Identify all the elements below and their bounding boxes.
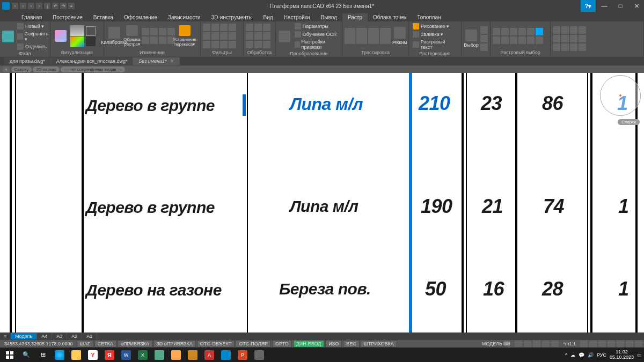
- status-icon[interactable]: [533, 341, 540, 347]
- status-icon[interactable]: [635, 341, 642, 347]
- edit-grid[interactable]: [142, 28, 175, 44]
- tb-excel[interactable]: X: [135, 349, 150, 361]
- view-top[interactable]: Сверху: [11, 67, 32, 72]
- st-ortho[interactable]: ОРТО: [272, 340, 292, 348]
- st-hatch[interactable]: ШТРИХОВКА: [361, 340, 397, 348]
- status-icon[interactable]: [608, 341, 615, 347]
- st-dyn[interactable]: ДИН-ВВОД: [293, 340, 325, 348]
- layout-model[interactable]: Модель: [11, 333, 37, 339]
- view-saved[interactable]: — нет сохранённых видов —: [61, 67, 125, 72]
- mode-button[interactable]: Режим: [392, 25, 407, 47]
- layout-a4[interactable]: A4: [37, 333, 52, 339]
- st-grid[interactable]: СЕТКА: [94, 340, 116, 348]
- tab-3d[interactable]: 3D-инструменты: [206, 13, 258, 21]
- st-iso[interactable]: ИЗО: [325, 340, 342, 348]
- tb-app3[interactable]: [185, 349, 200, 361]
- layout-a1[interactable]: A1: [82, 333, 97, 339]
- crop-raster-button[interactable]: Обрезка растра▾: [124, 25, 140, 47]
- tray-clock[interactable]: 11:02 05.10.2023: [610, 350, 634, 360]
- st-scale[interactable]: *m1:1: [560, 341, 579, 347]
- st-step[interactable]: ШАГ: [77, 340, 93, 348]
- status-icon[interactable]: [589, 341, 597, 347]
- new-button[interactable]: Новый ▾: [16, 23, 51, 30]
- tb-autocad[interactable]: A: [202, 349, 217, 361]
- calibrate-button[interactable]: Калибровка: [106, 25, 122, 47]
- tb-explorer[interactable]: [69, 349, 84, 361]
- ocr-button[interactable]: Обучение OCR: [293, 31, 340, 38]
- hide-raster-button[interactable]: [53, 25, 69, 47]
- layout-menu-icon[interactable]: ≡: [0, 333, 11, 340]
- draw-button[interactable]: Рисование ▾: [411, 23, 459, 30]
- tray-cloud-icon[interactable]: ☁: [570, 352, 575, 358]
- qat-print-icon[interactable]: ▫: [36, 3, 42, 9]
- status-icon[interactable]: [524, 341, 531, 347]
- layout-a3[interactable]: A3: [52, 333, 67, 339]
- st-osnap[interactable]: оПРИВЯЗКА: [118, 340, 152, 348]
- status-icon[interactable]: [580, 341, 588, 347]
- st-otrack-obj[interactable]: ОТС-ОБЪЕКТ: [197, 340, 235, 348]
- st-model[interactable]: МОДЕЛЬ ⌨: [479, 341, 514, 347]
- tb-app2[interactable]: [169, 349, 184, 361]
- view-wire[interactable]: 2D-каркас: [33, 67, 60, 72]
- deskew-button[interactable]: Устранение перекоса▾: [177, 25, 193, 47]
- status-icon[interactable]: [515, 341, 522, 347]
- tray-chat-icon[interactable]: 💬: [579, 352, 584, 358]
- help-button[interactable]: ? ▾: [581, 0, 596, 12]
- tab-output[interactable]: Вывод: [316, 13, 342, 21]
- qat-save-icon[interactable]: ▫: [28, 3, 34, 9]
- start-button[interactable]: [2, 349, 17, 361]
- status-icon[interactable]: [617, 341, 624, 347]
- save-button[interactable]: Сохранить ▾: [16, 31, 51, 42]
- tb-app1[interactable]: [152, 349, 167, 361]
- tab-home[interactable]: Главная: [16, 13, 47, 21]
- status-icon[interactable]: [626, 341, 633, 347]
- doc-tab-2[interactable]: Без имени1*✕: [133, 57, 179, 65]
- tb-edge[interactable]: [52, 349, 67, 361]
- raster-text-button[interactable]: Растровый текст: [411, 39, 459, 50]
- insert-raster-button[interactable]: [2, 26, 14, 47]
- params-button[interactable]: Параметры: [293, 23, 340, 30]
- snap-settings-button[interactable]: Настройки привязки: [293, 39, 340, 50]
- compass-label[interactable]: Сверху: [618, 119, 640, 125]
- tab-insert[interactable]: Вставка: [88, 13, 119, 21]
- tb-word[interactable]: W: [119, 349, 134, 361]
- filters-grid[interactable]: [203, 24, 236, 48]
- qat-open-icon[interactable]: ▫: [20, 3, 26, 9]
- layout-a2[interactable]: A2: [67, 333, 82, 339]
- view-back[interactable]: ‹: [2, 67, 10, 72]
- qat-new-icon[interactable]: ▫: [12, 3, 18, 9]
- tab-annotate[interactable]: Оформление: [119, 13, 163, 21]
- select-button[interactable]: Выбор: [464, 28, 479, 49]
- tray-notif-icon[interactable]: ▭: [637, 352, 642, 358]
- st-otrack-pol[interactable]: ОТС-ПОЛЯР: [236, 340, 271, 348]
- tab-view[interactable]: Вид: [258, 13, 279, 21]
- maximize-button[interactable]: □: [613, 0, 628, 12]
- tb-nanocad[interactable]: [218, 349, 233, 361]
- tray-sound-icon[interactable]: 🔊: [588, 352, 594, 358]
- st-lwt[interactable]: ВЕС: [343, 340, 360, 348]
- tab-settings[interactable]: Настройки: [279, 13, 316, 21]
- tb-yandex[interactable]: Y: [85, 349, 100, 361]
- process-grid[interactable]: [246, 24, 270, 48]
- fill-button[interactable]: Заливка ▾: [411, 31, 459, 38]
- st-3dsnap[interactable]: 3D оПРИВЯЗКА: [153, 340, 196, 348]
- tab-pointcloud[interactable]: Облака точек: [368, 13, 412, 21]
- doc-tab-1[interactable]: Александрия вся_плоская.dwg*: [51, 57, 134, 65]
- close-icon[interactable]: ✕: [170, 58, 174, 64]
- qat-redo-icon[interactable]: ↷: [60, 3, 67, 9]
- tab-constraints[interactable]: Зависимости: [163, 13, 206, 21]
- tray-lang[interactable]: РУС: [597, 352, 606, 358]
- qat-more-icon[interactable]: ≡: [68, 3, 75, 9]
- drawing-canvas[interactable]: Дерево в группе Липа м/л 210 23 86 1 Дер…: [0, 73, 644, 333]
- status-icon[interactable]: [542, 341, 550, 347]
- raster-to-vector-button[interactable]: [278, 26, 291, 47]
- search-button[interactable]: 🔍: [19, 349, 34, 361]
- close-button[interactable]: ✕: [629, 0, 644, 12]
- status-icon[interactable]: [551, 341, 559, 347]
- tb-ya[interactable]: Я: [102, 349, 117, 361]
- minimize-button[interactable]: —: [597, 0, 612, 12]
- rsel-grid[interactable]: [493, 28, 543, 44]
- status-icon[interactable]: [598, 341, 606, 347]
- qat-undo-icon[interactable]: ↶: [52, 3, 58, 9]
- tab-raster[interactable]: Растр: [342, 13, 368, 21]
